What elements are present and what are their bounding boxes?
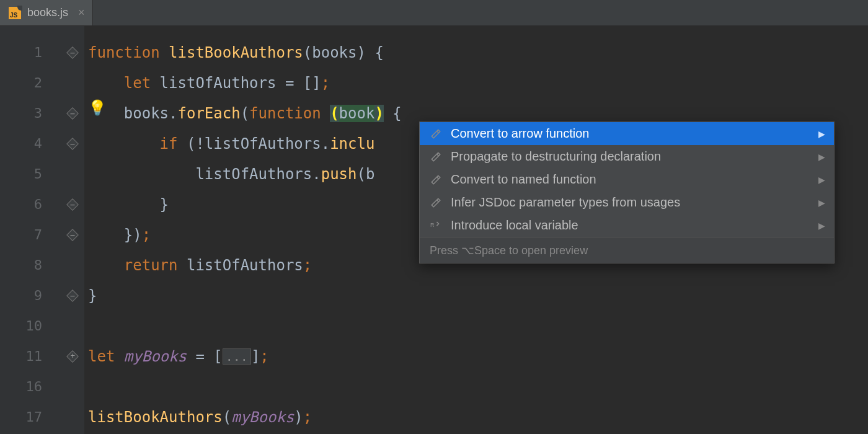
chevron-right-icon: ▶	[818, 175, 825, 185]
refactor-icon: R	[430, 220, 442, 231]
intention-item-convert-arrow[interactable]: Convert to arrow function ▶	[420, 122, 834, 145]
intention-label: Convert to arrow function	[451, 126, 589, 141]
code-line: let listOfAuthors = [];	[88, 68, 868, 98]
line-number: 8	[0, 250, 61, 280]
fold-gutter	[61, 26, 84, 434]
line-number: 1	[0, 37, 61, 68]
code-line	[88, 371, 868, 402]
close-tab-icon[interactable]: ×	[78, 6, 85, 19]
fold-toggle-icon[interactable]	[66, 107, 79, 120]
intention-label: Introduce local variable	[451, 218, 578, 232]
intention-item-propagate-destructuring[interactable]: Propagate to destructuring declaration ▶	[420, 145, 834, 168]
js-file-icon	[9, 7, 21, 19]
chevron-right-icon: ▶	[818, 152, 825, 162]
fold-expand-icon[interactable]	[66, 350, 79, 363]
pencil-icon	[430, 128, 442, 140]
tab-filename: books.js	[27, 6, 68, 19]
tab-bar: books.js ×	[0, 0, 868, 26]
fold-toggle-icon[interactable]	[66, 138, 79, 150]
pencil-icon	[430, 174, 442, 185]
line-number: 7	[0, 219, 61, 250]
intention-label: Infer JSDoc parameter types from usages	[451, 195, 680, 210]
svg-text:R: R	[430, 221, 435, 228]
code-line	[88, 311, 868, 341]
pencil-icon	[430, 197, 442, 208]
chevron-right-icon: ▶	[818, 221, 825, 231]
fold-toggle-icon[interactable]	[66, 229, 79, 241]
fold-toggle-icon[interactable]	[66, 290, 79, 302]
line-number: 11	[0, 341, 61, 371]
intention-footer-hint: Press ⌥Space to open preview	[430, 244, 588, 257]
line-number: 10	[0, 311, 61, 341]
line-number: 16	[0, 371, 61, 402]
fold-toggle-icon[interactable]	[66, 46, 79, 59]
intention-popup: Convert to arrow function ▶ Propagate to…	[419, 122, 835, 264]
intention-label: Convert to named function	[451, 172, 596, 187]
chevron-right-icon: ▶	[818, 198, 825, 208]
line-number: 5	[0, 159, 61, 189]
line-number: 4	[0, 128, 61, 159]
intention-item-convert-named[interactable]: Convert to named function ▶	[420, 168, 834, 191]
pencil-icon	[430, 151, 442, 162]
editor-tab[interactable]: books.js ×	[0, 0, 93, 25]
intention-item-introduce-variable[interactable]: R Introduce local variable ▶	[420, 214, 834, 237]
code-line: }	[88, 280, 868, 311]
intention-footer: Press ⌥Space to open preview	[420, 237, 834, 263]
intention-label: Propagate to destructuring declaration	[451, 149, 661, 164]
line-number: 6	[0, 189, 61, 219]
code-line: listBookAuthors(myBooks);	[88, 402, 868, 432]
code-line: function listBookAuthors(books) {	[88, 37, 868, 68]
chevron-right-icon: ▶	[818, 129, 825, 139]
line-number: 2	[0, 68, 61, 98]
intention-item-infer-jsdoc[interactable]: Infer JSDoc parameter types from usages …	[420, 191, 834, 214]
line-number: 17	[0, 402, 61, 432]
line-number-gutter: 1 2 3 4 5 6 7 8 9 10 11 16 17	[0, 26, 61, 434]
fold-toggle-icon[interactable]	[66, 198, 79, 211]
line-number: 3	[0, 98, 61, 128]
line-number: 9	[0, 280, 61, 311]
code-line: let myBooks = [...];	[88, 341, 868, 371]
